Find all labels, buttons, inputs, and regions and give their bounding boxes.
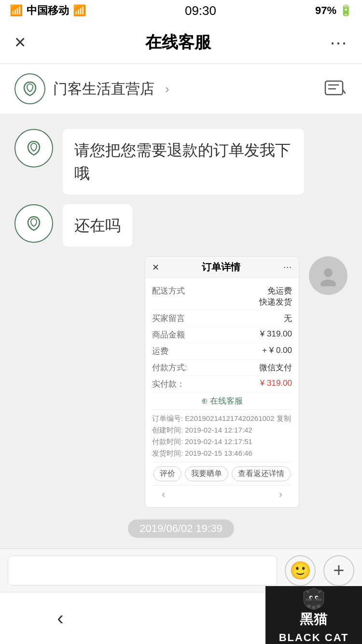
- status-left: 📶 中国移动 📶: [10, 3, 86, 18]
- shop-arrow-icon: ›: [165, 82, 169, 97]
- evaluate-btn[interactable]: 评价: [153, 466, 181, 481]
- order-info-block: 订单编号: E201902141217420261002 复制 创建时间: 20…: [152, 410, 292, 462]
- add-button[interactable]: +: [323, 555, 354, 586]
- svg-point-4: [324, 268, 333, 277]
- prev-icon[interactable]: ‹: [162, 489, 165, 500]
- user-avatar: [309, 256, 348, 295]
- svg-point-9: [316, 597, 318, 599]
- shop-avatar: [14, 204, 53, 243]
- svg-point-14: [307, 604, 311, 608]
- order-ss-body: 配送方式 免运费快递发货 买家留言 无 商品金额 ¥ 319.00 运费 + ¥…: [145, 278, 299, 507]
- input-bar: 🙂 +: [0, 548, 362, 592]
- chat-history-icon[interactable]: [322, 78, 348, 99]
- shop-header[interactable]: 门客生活直营店 ›: [0, 64, 362, 114]
- svg-point-5: [320, 280, 336, 286]
- more-button[interactable]: ···: [330, 32, 348, 53]
- order-actions: 评价 我要晒单 查看返还详情: [152, 462, 292, 485]
- shop-name-label: 门客生活直营店: [53, 79, 154, 99]
- nav-title: 在线客服: [145, 31, 211, 54]
- order-detail-title: 订单详情: [159, 261, 283, 274]
- nav-bar: × 在线客服 ···: [0, 21, 362, 64]
- message-text: 还在吗: [74, 217, 121, 234]
- shop-logo-icon: [14, 73, 45, 104]
- black-cat-watermark: 黑猫 BLACK CAT: [265, 586, 362, 644]
- emoji-button[interactable]: 🙂: [285, 555, 316, 586]
- status-time: 09:30: [185, 3, 216, 18]
- message-row-user: ✕ 订单详情 ··· 配送方式 免运费快递发货 买家留言 无 商品金额 ¥ 31…: [0, 252, 362, 513]
- black-cat-label: BLACK CAT: [279, 631, 349, 644]
- order-row: 付款方式: 微信支付: [152, 360, 292, 376]
- status-right: 97% 🔋: [315, 4, 352, 17]
- close-button[interactable]: ×: [14, 31, 26, 53]
- timestamp: 2019/06/02 19:39: [0, 513, 362, 545]
- svg-point-16: [317, 604, 320, 608]
- share-btn[interactable]: 我要晒单: [185, 466, 228, 481]
- order-row: 买家留言 无: [152, 310, 292, 327]
- carrier-label: 中国移动: [27, 3, 69, 18]
- battery-icon: 🔋: [339, 4, 352, 17]
- svg-point-8: [310, 597, 312, 599]
- message-row: 请您把您需要退款的订单发我下哦: [0, 124, 362, 199]
- detail-btn[interactable]: 查看返还详情: [232, 466, 291, 481]
- next-icon[interactable]: ›: [279, 489, 282, 500]
- order-row-total: 实付款： ¥ 319.00: [152, 376, 292, 392]
- online-service-btn[interactable]: ⊕ 在线客服: [152, 392, 292, 410]
- order-row: 商品金额 ¥ 319.00: [152, 327, 292, 343]
- svg-point-15: [312, 606, 316, 609]
- order-row: 运费 + ¥ 0.00: [152, 343, 292, 360]
- back-button[interactable]: ‹: [57, 607, 63, 629]
- battery-label: 97%: [315, 4, 336, 17]
- status-bar: 📶 中国移动 📶 09:30 97% 🔋: [0, 0, 362, 21]
- message-bubble: 还在吗: [63, 204, 132, 247]
- message-text: 请您把您需要退款的订单发我下哦: [74, 141, 291, 182]
- order-screenshot: ✕ 订单详情 ··· 配送方式 免运费快递发货 买家留言 无 商品金额 ¥ 31…: [145, 256, 299, 508]
- wifi-icon: 📶: [73, 4, 86, 17]
- timestamp-badge: 2019/06/02 19:39: [128, 519, 234, 538]
- order-row: 配送方式 免运费快递发货: [152, 283, 292, 310]
- svg-rect-0: [325, 81, 343, 95]
- chat-area: 请您把您需要退款的订单发我下哦 还在吗 ✕ 订单详情 ···: [0, 114, 362, 606]
- message-input[interactable]: [8, 556, 277, 586]
- signal-icon: 📶: [10, 4, 23, 17]
- order-more-icon: ···: [283, 262, 292, 272]
- shop-avatar: [14, 129, 53, 168]
- order-close-icon: ✕: [152, 262, 159, 273]
- order-ss-bar: ✕ 订单详情 ···: [145, 257, 299, 278]
- shop-info[interactable]: 门客生活直营店 ›: [14, 73, 169, 104]
- message-bubble: 请您把您需要退款的订单发我下哦: [63, 129, 304, 195]
- message-row: 还在吗: [0, 199, 362, 252]
